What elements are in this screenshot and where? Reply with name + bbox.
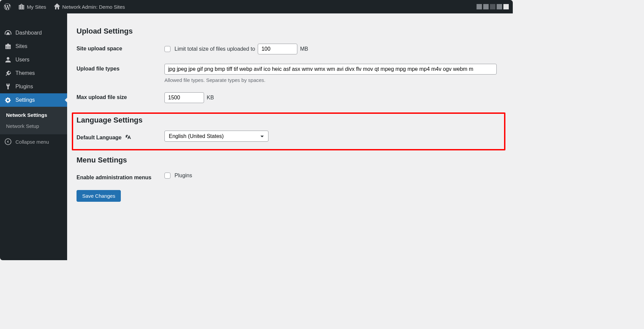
upload-filetypes-label: Upload file types <box>77 64 164 72</box>
row-enable-admin-menus: Enable administration menus Plugins <box>77 173 503 181</box>
admin-toolbar: My Sites Network Admin: Demo Sites <box>0 0 513 13</box>
max-upload-unit: KB <box>207 95 214 101</box>
limit-space-checkbox[interactable] <box>164 46 170 52</box>
users-icon <box>5 56 11 63</box>
toolbar-network-label: Network Admin: Demo Sites <box>62 4 125 10</box>
language-settings-highlight: Language Settings Default Language Engli… <box>72 112 505 150</box>
upload-filetypes-desc: Allowed file types. Separate types by sp… <box>164 77 503 83</box>
submenu-label: Network Setup <box>6 123 39 129</box>
limit-space-input[interactable] <box>258 44 297 54</box>
row-upload-file-types: Upload file types Allowed file types. Se… <box>77 64 503 83</box>
sidebar-item-label: Users <box>15 57 30 63</box>
submenu-label: Network Settings <box>6 112 47 118</box>
admin-sidebar: Dashboard Sites Users Themes Plugins <box>0 13 67 260</box>
sidebar-item-settings[interactable]: Settings <box>0 93 67 107</box>
sidebar-item-dashboard[interactable]: Dashboard <box>0 26 67 40</box>
sidebar-item-label: Plugins <box>15 84 33 90</box>
limit-space-text: Limit total size of files uploaded to <box>175 46 255 52</box>
upload-settings-title: Upload Settings <box>77 27 503 36</box>
row-default-language: Default Language English (United States) <box>77 131 501 142</box>
default-language-label: Default Language <box>77 131 164 141</box>
plugins-icon <box>5 83 11 90</box>
enable-admin-menus-label: Enable administration menus <box>77 173 164 181</box>
submenu-network-settings[interactable]: Network Settings <box>0 109 67 121</box>
content-area: Upload Settings Site upload space Limit … <box>67 13 513 260</box>
sidebar-item-label: Dashboard <box>15 30 42 36</box>
plugins-checkbox-label: Plugins <box>175 173 192 179</box>
collapse-icon <box>5 138 11 145</box>
site-upload-space-label: Site upload space <box>77 44 164 52</box>
default-language-select[interactable]: English (United States) <box>164 131 268 142</box>
settings-icon <box>5 97 11 103</box>
toolbar-network-admin[interactable]: Network Admin: Demo Sites <box>54 3 125 10</box>
sidebar-item-label: Settings <box>15 97 35 103</box>
collapse-label: Collapse menu <box>15 139 49 145</box>
dashboard-icon <box>5 30 11 36</box>
sidebar-item-label: Sites <box>15 43 28 49</box>
collapse-menu[interactable]: Collapse menu <box>0 134 67 149</box>
max-upload-label: Max upload file size <box>77 92 164 100</box>
plugins-checkbox[interactable] <box>164 173 170 179</box>
sites-menu-icon <box>5 43 11 50</box>
sidebar-item-label: Themes <box>15 70 35 76</box>
submenu-network-setup[interactable]: Network Setup <box>0 121 67 132</box>
sidebar-item-themes[interactable]: Themes <box>0 66 67 80</box>
wp-logo[interactable] <box>4 3 11 10</box>
save-changes-button[interactable]: Save Changes <box>77 190 121 202</box>
limit-space-unit: MB <box>300 46 308 52</box>
wordpress-logo-icon <box>4 3 11 10</box>
toolbar-my-sites-label: My Sites <box>27 4 46 10</box>
sidebar-item-users[interactable]: Users <box>0 53 67 66</box>
sidebar-item-plugins[interactable]: Plugins <box>0 80 67 93</box>
toolbar-my-sites[interactable]: My Sites <box>18 3 46 10</box>
row-site-upload-space: Site upload space Limit total size of fi… <box>77 44 503 54</box>
sidebar-item-sites[interactable]: Sites <box>0 40 67 53</box>
sites-icon <box>18 3 25 10</box>
translate-icon <box>125 134 132 141</box>
themes-icon <box>5 70 11 77</box>
menu-settings-title: Menu Settings <box>77 156 503 164</box>
home-icon <box>54 3 60 10</box>
max-upload-input[interactable] <box>164 92 204 103</box>
row-max-upload-size: Max upload file size KB <box>77 92 503 103</box>
toolbar-right-indicator <box>477 4 509 9</box>
language-settings-title: Language Settings <box>77 116 501 125</box>
sidebar-submenu: Network Settings Network Setup <box>0 107 67 134</box>
upload-filetypes-input[interactable] <box>164 64 497 75</box>
